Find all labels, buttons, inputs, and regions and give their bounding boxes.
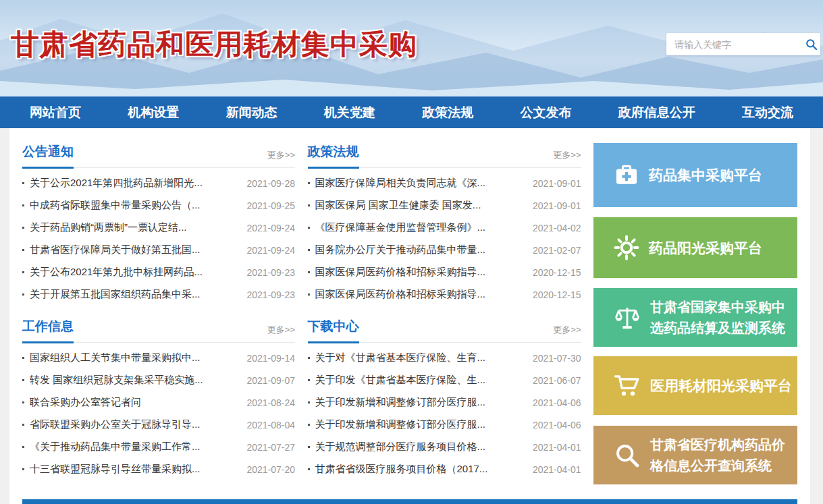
list-item[interactable]: 省际联盟采购办公室关于冠脉导引导...2021-08-04 xyxy=(22,414,295,436)
article-date: 2021-06-07 xyxy=(533,375,581,386)
nav-item-org[interactable]: 机构设置 xyxy=(128,104,179,121)
list-item[interactable]: 国家医保局 国家卫生健康委 国家发...2021-09-01 xyxy=(308,194,581,217)
article-link[interactable]: 联合采购办公室答记者问 xyxy=(30,396,240,409)
section-downloads: 下载中心 更多>> 关于对《甘肃省基本医疗保险、生育...2021-07-30 … xyxy=(308,318,581,480)
nav-item-party[interactable]: 机关党建 xyxy=(324,104,375,121)
article-date: 2021-04-06 xyxy=(533,397,581,408)
article-link[interactable]: 关于公布2021年第九批中标挂网药品... xyxy=(30,266,240,279)
bullet-icon xyxy=(308,446,310,448)
first-aid-kit-icon xyxy=(614,163,639,188)
article-date: 2021-09-07 xyxy=(246,375,295,386)
list-item[interactable]: 《关于推动药品集中带量采购工作常...2021-07-27 xyxy=(22,436,295,458)
section-title: 政策法规 xyxy=(308,143,359,169)
nav-item-gov-info[interactable]: 政府信息公开 xyxy=(618,104,695,121)
search-button[interactable] xyxy=(802,33,820,55)
list-item[interactable]: 关于印发新增和调整修订部分医疗服...2021-04-06 xyxy=(308,414,581,436)
article-link[interactable]: 关于印发新增和调整修订部分医疗服... xyxy=(315,396,526,409)
article-link[interactable]: 关于开展第五批国家组织药品集中采... xyxy=(30,288,240,301)
article-link[interactable]: 国务院办公厅关于推动药品集中带量... xyxy=(315,244,526,256)
more-link[interactable]: 更多>> xyxy=(267,149,295,167)
list-item[interactable]: 国家医疗保障局相关负责同志就《深...2021-09-01 xyxy=(308,172,581,194)
article-link[interactable]: 国家医疗保障局相关负责同志就《深... xyxy=(315,177,526,190)
list-item[interactable]: 关于印发《甘肃省基本医疗保险、生...2021-06-07 xyxy=(308,369,581,391)
quick-links-sidebar: 药品集中采购平台 xyxy=(593,143,797,493)
bullet-icon xyxy=(22,293,24,296)
list-item[interactable]: 国务院办公厅关于推动药品集中带量...2021-02-07 xyxy=(308,239,581,261)
article-date: 2021-09-28 xyxy=(246,178,295,189)
sidebar-button-label: 甘肃省医疗机构药品价格信息公开查询系统 xyxy=(650,435,797,476)
article-link[interactable]: 《关于推动药品集中带量采购工作常... xyxy=(30,441,240,453)
bullet-icon xyxy=(308,227,310,229)
drug-centralized-procurement-platform-button[interactable]: 药品集中采购平台 xyxy=(593,143,797,207)
medical-consumables-sunshine-platform-button[interactable]: 医用耗材阳光采购平台 xyxy=(593,356,797,415)
section-title: 工作信息 xyxy=(22,318,74,343)
nav-item-interaction[interactable]: 互动交流 xyxy=(742,104,793,121)
list-item[interactable]: 关于开展第五批国家组织药品集中采...2021-09-23 xyxy=(22,283,295,306)
nav-item-documents[interactable]: 公文发布 xyxy=(520,104,571,121)
article-link[interactable]: 国家医保局医药价格和招标采购指导... xyxy=(315,288,526,301)
sidebar-button-label: 甘肃省国家集中采购中选药品结算及监测系统 xyxy=(650,297,797,339)
nav-item-policy[interactable]: 政策法规 xyxy=(422,104,473,121)
bullet-icon xyxy=(22,227,24,229)
article-link[interactable]: 关于印发新增和调整修订部分医疗服... xyxy=(315,418,526,431)
article-link[interactable]: 关于公示2021年第四批药品新增阳光... xyxy=(30,177,240,190)
bullet-icon xyxy=(308,271,310,273)
article-link[interactable]: 十三省联盟冠脉导引导丝带量采购拟... xyxy=(30,463,240,476)
article-date: 2021-09-23 xyxy=(246,289,295,300)
list-item[interactable]: 关于规范调整部分医疗服务项目价格...2021-04-01 xyxy=(308,436,581,458)
content-container: 公告通知 更多>> 关于公示2021年第四批药品新增阳光...2021-09-2… xyxy=(9,128,810,504)
list-item[interactable]: 甘肃省省级医疗服务项目价格（2017...2021-04-01 xyxy=(308,458,581,480)
article-link[interactable]: 关于药品购销“两票制”一票认定结... xyxy=(30,221,240,234)
more-link[interactable]: 更多>> xyxy=(267,324,295,342)
more-link[interactable]: 更多>> xyxy=(553,324,581,342)
list-item[interactable]: 国家医保局医药价格和招标采购指导...2020-12-15 xyxy=(308,283,581,306)
footer-divider-bar xyxy=(22,499,797,504)
bullet-icon xyxy=(22,401,24,403)
nav-item-home[interactable]: 网站首页 xyxy=(30,104,81,121)
article-link[interactable]: 国家组织人工关节集中带量采购拟中... xyxy=(30,352,240,364)
more-link[interactable]: 更多>> xyxy=(553,149,581,167)
bullet-icon xyxy=(22,424,24,426)
article-link[interactable]: 甘肃省医疗保障局关于做好第五批国... xyxy=(30,244,240,256)
list-item[interactable]: 关于对《甘肃省基本医疗保险、生育...2021-07-30 xyxy=(308,347,581,369)
list-item[interactable]: 中成药省际联盟集中带量采购公告（...2021-09-25 xyxy=(22,194,295,217)
list-item[interactable]: 关于印发新增和调整修订部分医疗服...2021-04-06 xyxy=(308,391,581,414)
article-date: 2021-09-14 xyxy=(246,353,295,364)
list-item[interactable]: 国家组织人工关节集中带量采购拟中...2021-09-14 xyxy=(22,347,295,369)
page-title: 甘肃省药品和医用耗材集中采购 xyxy=(11,26,417,63)
column-middle: 政策法规 更多>> 国家医疗保障局相关负责同志就《深...2021-09-01 … xyxy=(308,143,581,493)
sidebar-button-label: 医用耗材阳光采购平台 xyxy=(650,375,792,396)
bullet-icon xyxy=(308,468,310,470)
search-input[interactable] xyxy=(666,33,802,55)
bullet-icon xyxy=(22,204,24,206)
article-link[interactable]: 国家医保局 国家卫生健康委 国家发... xyxy=(315,199,526,212)
article-link[interactable]: 国家医保局医药价格和招标采购指导... xyxy=(315,266,526,279)
section-title: 公告通知 xyxy=(22,143,74,169)
list-item[interactable]: 关于药品购销“两票制”一票认定结...2021-09-24 xyxy=(22,217,295,239)
sidebar-button-label: 药品阳光采购平台 xyxy=(649,237,762,258)
list-item[interactable]: 《医疗保障基金使用监督管理条例》...2021-04-02 xyxy=(308,217,581,239)
list-item[interactable]: 关于公布2021年第九批中标挂网药品...2021-09-23 xyxy=(22,261,295,283)
list-item[interactable]: 十三省联盟冠脉导引导丝带量采购拟...2021-07-20 xyxy=(22,458,295,480)
nav-item-news[interactable]: 新闻动态 xyxy=(226,104,277,121)
sun-icon xyxy=(614,235,639,260)
article-link[interactable]: 省际联盟采购办公室关于冠脉导引导... xyxy=(30,418,240,431)
article-date: 2021-08-24 xyxy=(246,397,295,408)
list-item[interactable]: 转发 国家组织冠脉支架集采平稳实施...2021-09-07 xyxy=(22,369,295,391)
list-item[interactable]: 甘肃省医疗保障局关于做好第五批国...2021-09-24 xyxy=(22,239,295,261)
article-link[interactable]: 甘肃省省级医疗服务项目价格（2017... xyxy=(315,463,526,476)
list-item[interactable]: 国家医保局医药价格和招标采购指导...2020-12-15 xyxy=(308,261,581,283)
list-item[interactable]: 联合采购办公室答记者问2021-08-24 xyxy=(22,391,295,414)
settlement-monitoring-system-button[interactable]: 甘肃省国家集中采购中选药品结算及监测系统 xyxy=(593,288,797,347)
bullet-icon xyxy=(22,446,24,448)
article-link[interactable]: 转发 国家组织冠脉支架集采平稳实施... xyxy=(30,374,240,387)
list-item[interactable]: 关于公示2021年第四批药品新增阳光...2021-09-28 xyxy=(22,172,295,194)
article-link[interactable]: 关于印发《甘肃省基本医疗保险、生... xyxy=(315,374,526,387)
article-date: 2021-09-25 xyxy=(246,200,295,211)
article-link[interactable]: 关于对《甘肃省基本医疗保险、生育... xyxy=(315,352,526,364)
article-link[interactable]: 中成药省际联盟集中带量采购公告（... xyxy=(30,199,240,212)
article-link[interactable]: 关于规范调整部分医疗服务项目价格... xyxy=(315,441,526,453)
article-link[interactable]: 《医疗保障基金使用监督管理条例》... xyxy=(315,221,526,234)
drug-price-inquiry-system-button[interactable]: 甘肃省医疗机构药品价格信息公开查询系统 xyxy=(593,426,797,484)
drug-sunshine-procurement-platform-button[interactable]: 药品阳光采购平台 xyxy=(593,217,797,278)
